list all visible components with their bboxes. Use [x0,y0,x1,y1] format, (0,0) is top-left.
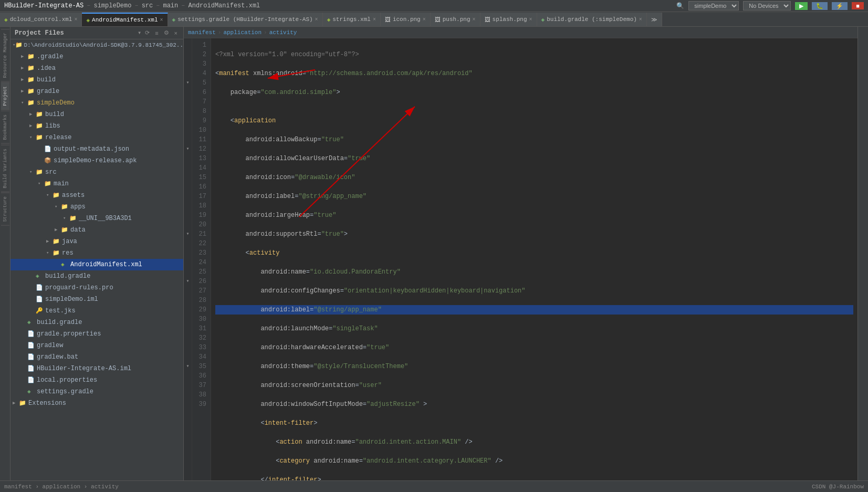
right-panel [857,27,868,480]
tab-close-icon[interactable]: × [529,17,532,23]
device-selector[interactable]: No Devices [743,1,791,11]
tree-label: proguard-rules.pro [45,283,113,292]
tree-extensions[interactable]: ▶ 📁 Extensions [11,397,183,409]
resource-manager-tab[interactable]: Resource Manager [1,29,9,81]
tree-root[interactable]: ▾ 📁 D:\AndroidStudio\Android-SDK@3.7.9.8… [11,39,183,51]
tree-label: build [45,110,64,119]
profile-button[interactable]: ⚡ [832,2,848,10]
tree-jks[interactable]: ▶ 🔑 test.jks [11,305,183,317]
tree-androidmanifest[interactable]: ▶ ◈ AndroidManifest.xml [11,259,183,270]
tree-release[interactable]: ▾ 📁 release [11,132,183,143]
expand-icon: ▶ [29,121,36,131]
code-line-19: android:screenOrientation="user" [215,381,853,390]
tree-libs[interactable]: ▶ 📁 libs [11,120,183,132]
tab-splash-png[interactable]: 🖼 splash.png × [480,13,537,26]
expand-icon: ▾ [63,214,69,223]
tree-build-demo[interactable]: ▶ 📁 build [11,109,183,120]
tree-apps[interactable]: ▾ 📁 apps [11,201,183,213]
tab-close-icon[interactable]: × [74,17,77,23]
tab-close-icon[interactable]: × [473,17,476,23]
tree-local-props[interactable]: ▶ 📄 local.properties [11,374,183,386]
tab-close-icon[interactable]: × [160,17,163,23]
code-area[interactable]: ▾ ▾ ▾ [184,38,857,480]
fold-33 [184,343,192,352]
project-close-icon[interactable]: × [173,29,179,37]
fold-26[interactable]: ▾ [184,277,192,286]
tab-close-icon[interactable]: × [373,17,376,23]
tab-close-icon[interactable]: × [315,17,318,23]
fold-32 [184,333,192,343]
tree-build-gradle-demo[interactable]: ▶ ◈ build.gradle [11,270,183,282]
tree-label: assets [62,191,85,200]
tab-icon-png[interactable]: 🖼 icon.png × [381,13,431,26]
search-icon[interactable]: 🔍 [676,2,684,10]
tree-gradlew-bat[interactable]: ▶ 📄 gradlew.bat [11,351,183,363]
breadcrumb-activity[interactable]: activity [269,29,297,36]
file-icon: 📄 [27,364,36,373]
tree-main[interactable]: ▾ 📁 main [11,178,183,190]
project-tab[interactable]: Project [1,82,9,110]
tree-uni[interactable]: ▾ 📁 __UNI__9B3A3D1 [11,213,183,224]
tree-src[interactable]: ▾ 📁 src [11,166,183,178]
tree-proguard[interactable]: ▶ 📄 proguard-rules.pro [11,282,183,294]
project-collapse-icon[interactable]: ≡ [153,29,160,37]
tree-res[interactable]: ▾ 📁 res [11,247,183,259]
demo-selector[interactable]: simpleDemo [688,1,739,11]
folder-icon: 📁 [15,40,23,50]
code-line-1: <?xml version="1.0" encoding="utf-8"?> [215,50,853,59]
bookmarks-tab[interactable]: Bookmarks [1,111,9,144]
tree-gradle-props[interactable]: ▶ 📄 gradle.properties [11,328,183,340]
tab-label: strings.xml [332,16,371,23]
debug-button[interactable]: 🐛 [812,2,828,10]
code-line-10: android:largeHeap="true" [215,211,853,220]
expand-icon: ▾ [46,248,53,258]
tree-hbuilder-iml[interactable]: ▶ 📄 HBuilder-Integrate-AS.iml [11,363,183,374]
fold-35[interactable]: ▾ [184,362,192,371]
structure-tab[interactable]: Structure [1,193,9,226]
project-dropdown-arrow[interactable]: ▾ [138,29,141,37]
fold-21[interactable]: ▾ [184,229,192,239]
tab-androidmanifest[interactable]: ◈ AndroidManifest.xml × [82,13,168,26]
tree-data[interactable]: ▶ 📁 data [11,224,183,236]
code-content[interactable]: <?xml version="1.0" encoding="utf-8"?> <… [211,38,857,480]
tree-gradle[interactable]: ▶ 📁 .gradle [11,51,183,62]
fold-18 [184,201,192,211]
tree-java[interactable]: ▶ 📁 java [11,236,183,247]
tree-label: build.gradle [37,318,82,327]
tab-strings[interactable]: ◈ strings.xml × [323,13,381,26]
tree-gradlew[interactable]: ▶ 📄 gradlew [11,340,183,351]
tree-build-gradle-root[interactable]: ▶ ◈ build.gradle [11,317,183,328]
run-button[interactable]: ▶ [795,2,808,10]
tree-simpledemo[interactable]: ▾ 📁 simpleDemo [11,97,183,109]
tab-close-icon[interactable]: × [423,17,426,23]
breadcrumb-application[interactable]: application [223,29,262,36]
stop-button[interactable]: ■ [852,2,864,9]
fold-5[interactable]: ▾ [184,78,192,88]
file-icon: 📄 [27,329,36,339]
tab-push-png[interactable]: 🖼 push.png × [431,13,480,26]
tree-build-root[interactable]: ▶ 📁 build [11,74,183,86]
project-sync-icon[interactable]: ⟳ [143,29,151,37]
title-bar-left: HBuilder-Integrate-AS – simpleDemo – src… [4,2,260,9]
tree-label: simpleDemo [37,98,75,108]
expand-icon: ▾ [21,98,27,108]
spacer: ▶ [21,329,27,339]
tab-build-gradle[interactable]: ◈ build.gradle (:simpleDemo) × [537,13,647,26]
tree-assets[interactable]: ▾ 📁 assets [11,190,183,201]
fold-12[interactable]: ▾ [184,144,192,154]
tree-output-metadata[interactable]: ▶ 📄 output-metadata.json [11,143,183,155]
project-settings-icon[interactable]: ⚙ [162,29,171,37]
breadcrumb-manifest[interactable]: manifest [188,29,216,36]
tab-dcloud-control[interactable]: ◈ dcloud_control.xml × [0,13,82,26]
folder-icon: 📁 [27,87,36,96]
tab-more[interactable]: ≫ [647,13,662,26]
tree-iml[interactable]: ▶ 📄 simpleDemo.iml [11,294,183,305]
tree-settings-gradle[interactable]: ▶ ◈ settings.gradle [11,386,183,397]
tree-apk[interactable]: ▶ 📦 simpleDemo-release.apk [11,155,183,166]
tab-settings-gradle[interactable]: ◈ settings.gradle (HBuilder-Integrate-AS… [168,13,323,26]
tab-close-icon[interactable]: × [639,17,642,23]
build-variants-tab[interactable]: Build Variants [1,145,9,192]
tree-gradle-folder[interactable]: ▶ 📁 gradle [11,86,183,97]
fold-30 [184,315,192,324]
tree-idea[interactable]: ▶ 📁 .idea [11,62,183,74]
